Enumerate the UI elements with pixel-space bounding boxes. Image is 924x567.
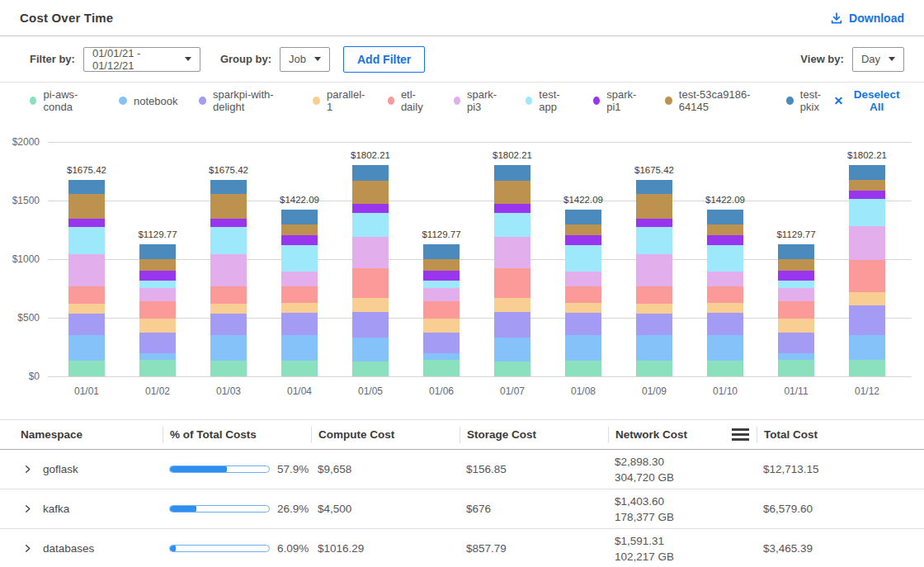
bar-segment-sparkpi-with-delight[interactable]	[494, 312, 530, 338]
bar-segment-test-pkix[interactable]	[210, 180, 247, 194]
bar-segment-test-app[interactable]	[636, 227, 672, 254]
bar-segment-test-53ca9186-64145[interactable]	[68, 194, 105, 218]
bar-segment-etl-daily[interactable]	[210, 286, 247, 304]
bar-segment-pi-aws-conda[interactable]	[423, 360, 460, 376]
bar-segment-pi-aws-conda[interactable]	[849, 360, 885, 376]
legend-item[interactable]: etl-daily	[388, 88, 432, 113]
bar-segment-spark-pi3[interactable]	[352, 237, 389, 267]
bar-segment-test-pkix[interactable]	[565, 210, 601, 224]
expand-chevron-icon[interactable]	[23, 465, 32, 474]
bar-segment-etl-daily[interactable]	[423, 301, 460, 319]
bar-segment-test-app[interactable]	[352, 213, 389, 237]
stacked-bar[interactable]	[707, 210, 743, 376]
bar-segment-pi-aws-conda[interactable]	[707, 361, 743, 376]
bar-segment-spark-pi1[interactable]	[139, 271, 176, 281]
bar-segment-spark-pi3[interactable]	[68, 254, 105, 287]
bar-segment-spark-pi3[interactable]	[210, 254, 247, 287]
bar-segment-spark-pi3[interactable]	[281, 272, 318, 286]
bar-segment-test-pkix[interactable]	[849, 165, 885, 180]
bar-segment-pi-aws-conda[interactable]	[281, 361, 318, 376]
bar-segment-sparkpi-with-delight[interactable]	[849, 305, 885, 335]
bar-segment-spark-pi3[interactable]	[139, 288, 176, 301]
bar-segment-notebook[interactable]	[352, 338, 389, 361]
bar-segment-spark-pi1[interactable]	[352, 204, 389, 214]
bar-segment-parallel-1[interactable]	[210, 304, 247, 314]
bar-segment-sparkpi-with-delight[interactable]	[636, 314, 672, 335]
bar-segment-spark-pi3[interactable]	[778, 288, 814, 301]
bar-segment-parallel-1[interactable]	[281, 303, 318, 313]
bar-segment-test-pkix[interactable]	[494, 165, 530, 181]
bar-segment-notebook[interactable]	[707, 335, 743, 361]
bar-segment-notebook[interactable]	[494, 338, 530, 361]
bar-segment-pi-aws-conda[interactable]	[494, 361, 530, 376]
bar-segment-spark-pi1[interactable]	[849, 191, 885, 200]
bar-segment-test-53ca9186-64145[interactable]	[423, 259, 460, 270]
bar-segment-notebook[interactable]	[210, 335, 247, 361]
bar-segment-spark-pi1[interactable]	[494, 204, 530, 214]
bar-segment-etl-daily[interactable]	[68, 286, 105, 304]
bar-segment-spark-pi1[interactable]	[707, 235, 743, 245]
bar-segment-spark-pi1[interactable]	[281, 235, 318, 245]
bar-segment-parallel-1[interactable]	[352, 298, 389, 312]
bar-segment-test-53ca9186-64145[interactable]	[707, 224, 743, 235]
stacked-bar[interactable]	[68, 180, 105, 376]
bar-segment-notebook[interactable]	[139, 353, 176, 361]
bar-segment-sparkpi-with-delight[interactable]	[565, 313, 601, 335]
legend-item[interactable]: sparkpi-with-delight	[199, 88, 291, 113]
bar-segment-test-53ca9186-64145[interactable]	[352, 181, 389, 204]
bar-segment-test-53ca9186-64145[interactable]	[636, 194, 672, 218]
bar-segment-pi-aws-conda[interactable]	[636, 361, 672, 376]
legend-item[interactable]: test-53ca9186-64145	[665, 88, 765, 113]
bar-segment-notebook[interactable]	[636, 335, 672, 361]
bar-segment-spark-pi3[interactable]	[565, 272, 601, 286]
table-row[interactable]: databases6.09%$1016.29$857.79$1,591.3110…	[0, 529, 924, 567]
legend-item[interactable]: spark-pi3	[454, 88, 504, 113]
bar-segment-pi-aws-conda[interactable]	[778, 360, 814, 376]
bar-segment-spark-pi3[interactable]	[636, 254, 672, 287]
bar-segment-pi-aws-conda[interactable]	[565, 361, 601, 376]
bar-segment-spark-pi1[interactable]	[423, 271, 460, 281]
bar-segment-spark-pi1[interactable]	[778, 271, 814, 281]
bar-segment-pi-aws-conda[interactable]	[68, 361, 105, 376]
legend-item[interactable]: test-app	[526, 88, 572, 113]
legend-item[interactable]: notebook	[119, 95, 178, 107]
bar-segment-etl-daily[interactable]	[636, 286, 672, 304]
view-by-select[interactable]: Day	[852, 47, 904, 72]
bar-segment-parallel-1[interactable]	[707, 303, 743, 313]
stacked-bar[interactable]	[565, 210, 601, 376]
bar-segment-test-53ca9186-64145[interactable]	[565, 224, 601, 235]
stacked-bar[interactable]	[352, 165, 389, 376]
bar-segment-parallel-1[interactable]	[139, 319, 176, 332]
bar-segment-test-53ca9186-64145[interactable]	[210, 194, 247, 218]
bar-segment-test-53ca9186-64145[interactable]	[281, 224, 318, 235]
expand-chevron-icon[interactable]	[23, 504, 32, 513]
bar-segment-test-53ca9186-64145[interactable]	[778, 259, 814, 270]
table-row[interactable]: goflask57.9%$9,658$156.85$2,898.30304,72…	[0, 450, 924, 489]
stacked-bar[interactable]	[139, 244, 176, 376]
bar-segment-etl-daily[interactable]	[281, 286, 318, 303]
bar-segment-test-app[interactable]	[139, 281, 176, 288]
stacked-bar[interactable]	[849, 165, 885, 376]
add-filter-button[interactable]: Add Filter	[343, 46, 425, 73]
bar-segment-pi-aws-conda[interactable]	[352, 361, 389, 376]
bar-segment-test-app[interactable]	[494, 213, 530, 237]
bar-segment-notebook[interactable]	[68, 335, 105, 361]
bar-segment-test-53ca9186-64145[interactable]	[494, 181, 530, 204]
legend-item[interactable]: parallel-1	[313, 88, 365, 113]
bar-segment-spark-pi3[interactable]	[849, 226, 885, 260]
table-row[interactable]: kafka26.9%$4,500$676$1,403.60178,377 GB$…	[0, 489, 924, 529]
bar-segment-sparkpi-with-delight[interactable]	[281, 313, 318, 335]
bar-segment-spark-pi1[interactable]	[210, 219, 247, 227]
stacked-bar[interactable]	[494, 165, 530, 376]
stacked-bar[interactable]	[281, 210, 318, 376]
bar-segment-notebook[interactable]	[565, 335, 601, 361]
bar-segment-etl-daily[interactable]	[849, 260, 885, 292]
bar-segment-test-pkix[interactable]	[352, 165, 389, 181]
bar-segment-test-app[interactable]	[707, 245, 743, 272]
bar-segment-parallel-1[interactable]	[636, 304, 672, 314]
stacked-bar[interactable]	[210, 180, 247, 376]
bar-segment-parallel-1[interactable]	[565, 303, 601, 313]
bar-segment-etl-daily[interactable]	[494, 268, 530, 298]
bar-segment-test-53ca9186-64145[interactable]	[849, 180, 885, 190]
bar-segment-test-app[interactable]	[68, 227, 105, 254]
